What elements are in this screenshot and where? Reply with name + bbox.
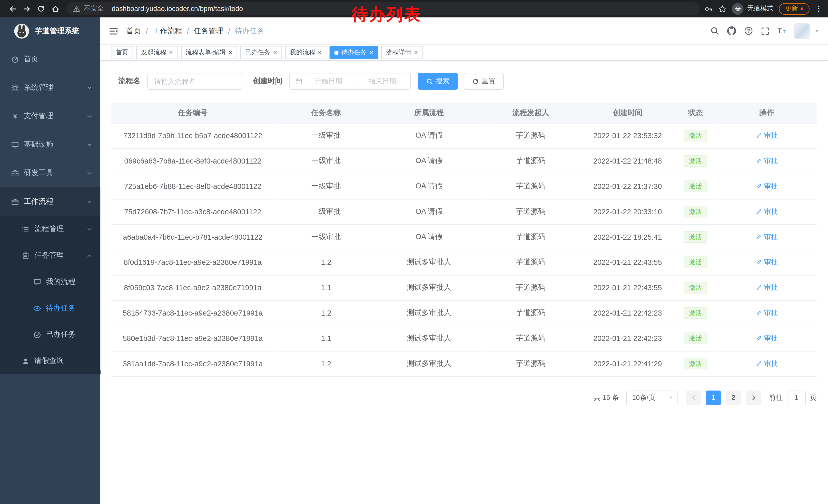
cell-task-name: 1.2 <box>275 250 378 275</box>
page-number-2[interactable]: 2 <box>726 390 741 405</box>
tab-close-icon[interactable]: × <box>414 49 418 56</box>
sidebar-item-workflow[interactable]: 工作流程 <box>0 187 100 216</box>
browser-home-icon[interactable] <box>48 2 62 16</box>
approve-button[interactable]: 审批 <box>756 207 778 216</box>
approve-button[interactable]: 审批 <box>756 333 778 343</box>
cell-task-id: 069c6a63-7b8a-11ec-8ef0-acde48001122 <box>111 148 275 174</box>
date-range-picker[interactable]: 开始日期 - 结束日期 <box>289 73 411 90</box>
sidebar-item-system[interactable]: 系统管理 <box>0 73 100 102</box>
cell-status: 激活 <box>674 199 717 224</box>
prev-page-button[interactable] <box>686 390 701 405</box>
browser-reload-icon[interactable] <box>34 2 48 16</box>
approve-button[interactable]: 审批 <box>756 156 778 166</box>
approve-button[interactable]: 审批 <box>756 359 778 368</box>
tab-close-icon[interactable]: × <box>318 49 322 56</box>
sidebar-item-devtools[interactable]: 研发工具 <box>0 159 100 187</box>
pencil-icon <box>756 234 762 240</box>
approve-button[interactable]: 审批 <box>756 182 778 191</box>
approve-button[interactable]: 审批 <box>756 283 778 292</box>
browser-back-icon[interactable] <box>5 2 20 16</box>
tab-process-form-edit[interactable]: 流程表单-编辑× <box>181 46 237 59</box>
sidebar-item-label: 研发工具 <box>24 169 53 178</box>
bookmark-star-icon[interactable] <box>718 4 727 13</box>
table-row: 725a1eb6-7b88-11ec-8ef0-acde48001122一级审批… <box>111 174 817 199</box>
app-logo-row[interactable]: 芋道管理系统 <box>0 17 100 45</box>
approve-button[interactable]: 审批 <box>756 131 778 140</box>
tab-my-process[interactable]: 我的流程× <box>285 46 327 59</box>
cell-initiator: 芋道源码 <box>481 326 581 351</box>
sidebar-item-home[interactable]: 首页 <box>0 45 100 73</box>
dashboard-icon <box>11 55 19 63</box>
cell-task-id: 58154733-7ac8-11ec-a9e2-a2380e71991a <box>111 300 275 326</box>
next-page-button[interactable] <box>746 390 761 405</box>
page-number-1[interactable]: 1 <box>706 390 721 405</box>
sidebar-item-label: 请假查询 <box>34 356 64 366</box>
update-dot <box>800 7 803 10</box>
tab-done-task[interactable]: 已办任务× <box>240 46 282 59</box>
breadcrumb-separator: / <box>228 27 230 35</box>
fullscreen-icon[interactable] <box>761 27 770 35</box>
sidebar-item-my-process[interactable]: 我的流程 <box>0 269 100 295</box>
tab-process-detail[interactable]: 流程详情× <box>381 46 423 59</box>
tab-label: 首页 <box>116 48 128 57</box>
key-icon[interactable] <box>704 4 713 13</box>
goto-page-input[interactable] <box>787 390 806 405</box>
sidebar-item-done-task[interactable]: 已办任务 <box>0 321 100 348</box>
sidebar-item-todo-task[interactable]: 待办任务 <box>0 295 100 321</box>
search-icon[interactable] <box>710 27 719 35</box>
approve-button[interactable]: 审批 <box>756 232 778 242</box>
breadcrumb-item-0[interactable]: 首页 <box>126 26 141 36</box>
status-badge: 激活 <box>684 307 707 319</box>
pencil-icon <box>756 183 762 189</box>
avatar-caret-icon[interactable] <box>815 28 820 34</box>
sidebar-item-leave-query[interactable]: 请假查询 <box>0 348 100 374</box>
sidebar-item-label: 系统管理 <box>24 83 53 92</box>
cell-process-name: OA 请假 <box>378 199 481 224</box>
sidebar-item-label: 待办任务 <box>46 304 75 313</box>
font-size-icon[interactable]: TT <box>777 27 786 35</box>
table-row: 8f0d1619-7ac8-11ec-a9e2-a2380e71991a1.2测… <box>111 250 817 275</box>
sidebar-collapse-icon[interactable] <box>109 26 118 36</box>
tab-start-process[interactable]: 发起流程× <box>136 46 178 59</box>
table-row: 73211d9d-7b9b-11ec-b5b7-acde48001122一级审批… <box>111 123 817 148</box>
cell-create-time: 2022-01-22 18:25:41 <box>581 224 674 250</box>
breadcrumb-item-2[interactable]: 任务管理 <box>194 26 223 36</box>
tab-label: 发起流程 <box>141 48 166 57</box>
cell-status: 激活 <box>674 326 717 351</box>
browser-menu-icon[interactable] <box>815 5 823 13</box>
approve-button[interactable]: 审批 <box>756 308 778 318</box>
tab-close-icon[interactable]: × <box>169 49 173 56</box>
cell-task-name: 1.2 <box>275 300 378 326</box>
sidebar-item-infrastructure[interactable]: 基础设施 <box>0 130 100 159</box>
approve-button[interactable]: 审批 <box>756 258 778 267</box>
browser-forward-icon[interactable] <box>19 2 34 16</box>
breadcrumb-item-1[interactable]: 工作流程 <box>153 26 182 36</box>
table-row: 069c6a63-7b8a-11ec-8ef0-acde48001122一级审批… <box>111 148 817 174</box>
sidebar-item-process-management[interactable]: 流程管理 <box>0 216 100 242</box>
github-icon[interactable] <box>727 27 736 35</box>
pencil-icon <box>756 209 762 215</box>
tab-close-icon[interactable]: × <box>229 49 233 56</box>
help-icon[interactable]: ? <box>744 27 753 35</box>
tab-close-icon[interactable]: × <box>273 49 277 56</box>
reset-button[interactable]: 重置 <box>464 73 504 90</box>
update-button[interactable]: 更新 <box>779 3 810 14</box>
process-name-input[interactable] <box>147 73 242 90</box>
page-size-select[interactable]: 10条/页 <box>626 390 678 405</box>
sidebar-menu: 首页系统管理¥支付管理基础设施研发工具工作流程流程管理任务管理我的流程待办任务已… <box>0 45 100 374</box>
search-button[interactable]: 搜索 <box>418 73 458 90</box>
user-avatar[interactable] <box>794 23 810 39</box>
table-row: 58154733-7ac8-11ec-a9e2-a2380e71991a1.2测… <box>111 300 817 326</box>
cell-initiator: 芋道源码 <box>481 174 581 199</box>
sidebar-item-payment[interactable]: ¥支付管理 <box>0 102 100 130</box>
omnibox-divider <box>108 5 108 12</box>
tab-close-icon[interactable]: × <box>369 49 373 56</box>
column-header-3: 流程发起人 <box>481 103 581 123</box>
tab-home[interactable]: 首页 <box>111 46 133 59</box>
cell-create-time: 2022-01-21 22:42:23 <box>581 300 674 326</box>
tab-todo-task[interactable]: 待办任务× <box>330 46 378 59</box>
sidebar-item-task-management[interactable]: 任务管理 <box>0 242 100 269</box>
cell-action: 审批 <box>717 275 817 301</box>
cell-status: 激活 <box>674 275 717 301</box>
table-wrap: 任务编号任务名称所属流程流程发起人创建时间状态操作 73211d9d-7b9b-… <box>111 103 817 376</box>
